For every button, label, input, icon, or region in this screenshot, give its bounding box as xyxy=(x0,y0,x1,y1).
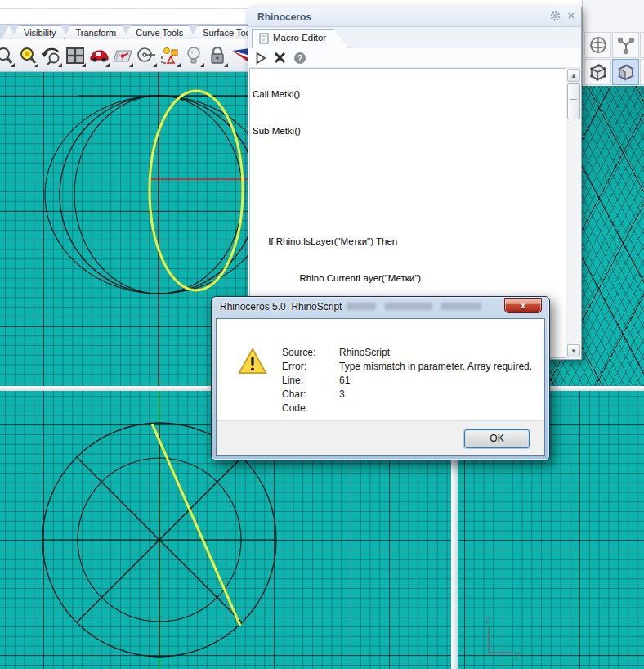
set-cplane-icon xyxy=(112,47,133,65)
render-nodes-icon xyxy=(616,35,636,55)
dialog-close-button[interactable]: x xyxy=(504,298,542,313)
code-scrollbar[interactable]: ▲ ▼ xyxy=(566,68,580,358)
run-icon[interactable] xyxy=(255,52,266,65)
scrollbar-thumb[interactable] xyxy=(567,83,580,119)
error-row-value: RhinoScript xyxy=(339,347,390,358)
macro-editor-titlebar[interactable]: Rhinoceros × xyxy=(248,7,581,27)
zoom-window-button[interactable] xyxy=(0,43,16,69)
flyout-corner xyxy=(105,63,110,67)
code-line: Sub Metki() xyxy=(253,125,563,137)
shaded-cube-button[interactable] xyxy=(612,59,639,85)
ok-button[interactable]: OK xyxy=(464,429,530,448)
error-row-label: Source: xyxy=(282,347,339,358)
warning-icon xyxy=(236,346,269,375)
error-row-value: Type mismatch in parameter. Array requir… xyxy=(339,361,532,372)
glass-reflection xyxy=(347,303,376,310)
wire-cube-button[interactable] xyxy=(584,59,611,85)
axis-z-line xyxy=(488,627,490,653)
axis-y-line xyxy=(488,652,512,653)
tab-transform[interactable]: Transform xyxy=(64,25,129,39)
named-view-car-icon xyxy=(88,47,110,65)
error-details: Source: RhinoScript Error: Type mismatch… xyxy=(282,345,532,415)
tab-macro-editor[interactable]: Macro Editor xyxy=(252,29,348,48)
macro-editor-tabstrip: Macro Editor xyxy=(248,27,581,48)
glass-reflection xyxy=(441,303,481,310)
macro-editor-title: Rhinoceros xyxy=(257,11,311,23)
right-toolbar-panel xyxy=(582,0,644,86)
scroll-up-icon[interactable]: ▲ xyxy=(567,69,580,82)
error-row-value: 3 xyxy=(339,388,345,400)
flyout-corner xyxy=(224,63,228,67)
flyout-corner xyxy=(200,63,204,67)
code-line: If Rhino.IsLayer("Метки") Then xyxy=(253,236,563,248)
flyout-corner xyxy=(129,63,133,67)
wire-sphere-icon xyxy=(588,35,608,55)
error-row-code: Code: xyxy=(282,401,532,415)
error-row-char: Char: 3 xyxy=(282,387,532,401)
lock-icon xyxy=(209,46,226,65)
error-row-error: Error: Type mismatch in parameter. Array… xyxy=(282,359,532,373)
axis-gizmo: z y xyxy=(482,616,531,665)
svg-text:?: ? xyxy=(297,53,302,62)
axis-y-label: y xyxy=(515,649,520,660)
wire-sphere-button[interactable] xyxy=(584,32,611,58)
tab-curve-tools[interactable]: Curve Tools xyxy=(123,25,195,39)
rotate-view-button[interactable] xyxy=(135,43,158,69)
code-line: Rhino.CurrentLayer("Метки") xyxy=(253,272,563,285)
rhinoceros-app: Visibility Transform Curve Tools Surface… xyxy=(0,0,644,669)
right-toolbar-grid xyxy=(584,32,644,85)
error-row-label: Char: xyxy=(282,388,339,400)
flyout-corner xyxy=(177,63,181,67)
visibility-bulb-button[interactable] xyxy=(182,43,205,69)
scroll-down-icon[interactable]: ▼ xyxy=(567,344,580,357)
flyout-corner xyxy=(58,63,62,67)
selection-filter-button[interactable] xyxy=(159,43,181,69)
tab-macro-editor-label: Macro Editor xyxy=(273,33,326,43)
gear-icon[interactable] xyxy=(549,10,561,22)
undo-view-button[interactable] xyxy=(40,43,63,69)
error-row-label: Line: xyxy=(282,375,339,386)
zoom-target-button[interactable] xyxy=(16,43,39,69)
macro-editor-toolbar: ? xyxy=(248,48,581,68)
help-icon[interactable]: ? xyxy=(293,52,306,65)
code-line xyxy=(253,199,563,211)
spray-gun-button[interactable] xyxy=(640,59,644,85)
error-row-line: Line: 61 xyxy=(282,373,532,387)
glass-reflection xyxy=(385,303,432,310)
flyout-corner xyxy=(11,63,15,67)
error-row-value: 61 xyxy=(339,375,350,386)
flyout-corner xyxy=(82,63,86,67)
shaded-cube-icon xyxy=(616,62,636,82)
named-view-button[interactable] xyxy=(87,43,110,69)
dialog-body: Source: RhinoScript Error: Type mismatch… xyxy=(217,319,544,420)
lock-button[interactable] xyxy=(206,43,229,69)
dialog-footer: OK xyxy=(217,420,544,455)
dialog-client-area: Source: RhinoScript Error: Type mismatch… xyxy=(216,318,545,456)
flyout-corner xyxy=(34,63,38,67)
script-page-icon xyxy=(259,33,269,44)
code-line xyxy=(253,162,563,174)
stop-icon[interactable] xyxy=(274,52,286,64)
error-row-label: Error: xyxy=(282,361,339,372)
viewport-layout-button[interactable] xyxy=(64,43,87,69)
move-axes-button[interactable] xyxy=(640,32,644,58)
tab-visibility[interactable]: Visibility xyxy=(11,25,69,39)
dialog-title: Rhinoceros 5.0 RhinoScript xyxy=(220,301,342,312)
error-row-label: Code: xyxy=(282,402,339,414)
error-row-source: Source: RhinoScript xyxy=(282,345,532,359)
code-line: Call Metki() xyxy=(253,88,563,101)
close-icon[interactable]: × xyxy=(568,10,575,22)
rhinoscript-error-dialog: Rhinoceros 5.0 RhinoScript x Source: Rhi… xyxy=(211,296,550,460)
wire-cube-icon xyxy=(588,62,608,82)
set-cplane-button[interactable] xyxy=(111,43,134,69)
flyout-corner xyxy=(153,63,157,67)
axis-z-label: z xyxy=(485,614,490,626)
render-nodes-button[interactable] xyxy=(612,32,639,58)
